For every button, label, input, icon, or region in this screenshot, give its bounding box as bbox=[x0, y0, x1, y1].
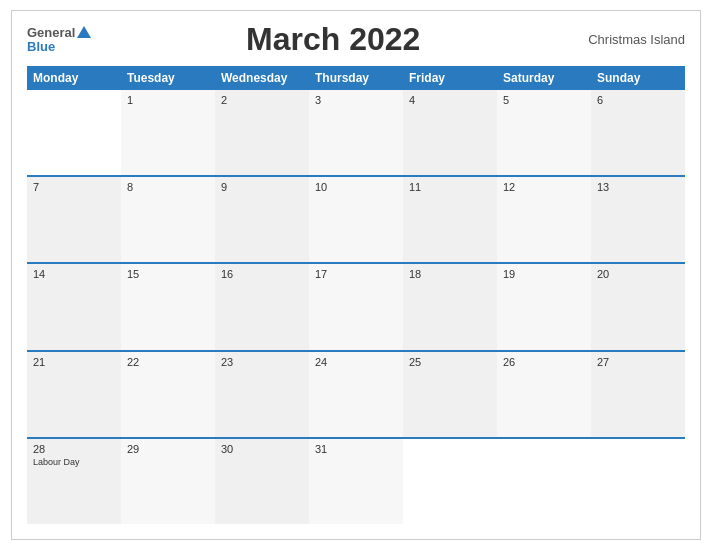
day-cell: 6 bbox=[591, 90, 685, 175]
day-cell: 27 bbox=[591, 352, 685, 437]
logo: General Blue bbox=[27, 26, 91, 53]
day-header-thursday: Thursday bbox=[309, 66, 403, 90]
day-cell: 1 bbox=[121, 90, 215, 175]
day-cell: 9 bbox=[215, 177, 309, 262]
day-number: 12 bbox=[503, 181, 585, 193]
calendar-header: General Blue March 2022 Christmas Island bbox=[27, 21, 685, 58]
day-number: 1 bbox=[127, 94, 209, 106]
day-header-friday: Friday bbox=[403, 66, 497, 90]
calendar-grid: MondayTuesdayWednesdayThursdayFridaySatu… bbox=[27, 66, 685, 524]
day-cell: 7 bbox=[27, 177, 121, 262]
logo-triangle-icon bbox=[77, 26, 91, 38]
day-cell: 28Labour Day bbox=[27, 439, 121, 524]
day-cell: 24 bbox=[309, 352, 403, 437]
day-cell: 3 bbox=[309, 90, 403, 175]
day-number: 25 bbox=[409, 356, 491, 368]
day-number: 15 bbox=[127, 268, 209, 280]
day-cell: 19 bbox=[497, 264, 591, 349]
day-cell bbox=[497, 439, 591, 524]
day-number: 11 bbox=[409, 181, 491, 193]
day-number: 16 bbox=[221, 268, 303, 280]
logo-general-text: General bbox=[27, 26, 91, 40]
day-cell: 10 bbox=[309, 177, 403, 262]
day-number: 21 bbox=[33, 356, 115, 368]
day-cell: 20 bbox=[591, 264, 685, 349]
day-cell: 18 bbox=[403, 264, 497, 349]
day-cell: 12 bbox=[497, 177, 591, 262]
day-number: 4 bbox=[409, 94, 491, 106]
day-cell: 23 bbox=[215, 352, 309, 437]
day-cell: 16 bbox=[215, 264, 309, 349]
day-header-sunday: Sunday bbox=[591, 66, 685, 90]
week-row-3: 14151617181920 bbox=[27, 264, 685, 351]
day-number: 14 bbox=[33, 268, 115, 280]
day-number: 29 bbox=[127, 443, 209, 455]
weeks-container: 1234567891011121314151617181920212223242… bbox=[27, 90, 685, 524]
region-label: Christmas Island bbox=[575, 32, 685, 47]
calendar-container: General Blue March 2022 Christmas Island… bbox=[11, 10, 701, 540]
day-number: 8 bbox=[127, 181, 209, 193]
day-header-saturday: Saturday bbox=[497, 66, 591, 90]
week-row-2: 78910111213 bbox=[27, 177, 685, 264]
day-number: 18 bbox=[409, 268, 491, 280]
day-number: 5 bbox=[503, 94, 585, 106]
day-cell: 22 bbox=[121, 352, 215, 437]
day-number: 22 bbox=[127, 356, 209, 368]
event-label: Labour Day bbox=[33, 457, 115, 467]
day-header-wednesday: Wednesday bbox=[215, 66, 309, 90]
day-number: 24 bbox=[315, 356, 397, 368]
day-number: 17 bbox=[315, 268, 397, 280]
week-row-1: 123456 bbox=[27, 90, 685, 177]
day-cell: 17 bbox=[309, 264, 403, 349]
day-number: 7 bbox=[33, 181, 115, 193]
day-number: 19 bbox=[503, 268, 585, 280]
calendar-title: March 2022 bbox=[91, 21, 575, 58]
day-cell bbox=[403, 439, 497, 524]
day-cell: 2 bbox=[215, 90, 309, 175]
day-cell: 25 bbox=[403, 352, 497, 437]
day-cell: 29 bbox=[121, 439, 215, 524]
day-cell: 14 bbox=[27, 264, 121, 349]
day-number: 27 bbox=[597, 356, 679, 368]
day-cell: 11 bbox=[403, 177, 497, 262]
day-headers-row: MondayTuesdayWednesdayThursdayFridaySatu… bbox=[27, 66, 685, 90]
day-cell: 26 bbox=[497, 352, 591, 437]
day-number: 10 bbox=[315, 181, 397, 193]
day-number: 2 bbox=[221, 94, 303, 106]
day-cell: 21 bbox=[27, 352, 121, 437]
day-cell bbox=[27, 90, 121, 175]
day-number: 28 bbox=[33, 443, 115, 455]
day-number: 31 bbox=[315, 443, 397, 455]
day-header-tuesday: Tuesday bbox=[121, 66, 215, 90]
week-row-4: 21222324252627 bbox=[27, 352, 685, 439]
day-cell: 15 bbox=[121, 264, 215, 349]
day-number: 6 bbox=[597, 94, 679, 106]
logo-blue-text: Blue bbox=[27, 40, 55, 53]
day-number: 20 bbox=[597, 268, 679, 280]
day-cell: 13 bbox=[591, 177, 685, 262]
day-number: 26 bbox=[503, 356, 585, 368]
week-row-5: 28Labour Day293031 bbox=[27, 439, 685, 524]
day-cell: 8 bbox=[121, 177, 215, 262]
day-cell: 30 bbox=[215, 439, 309, 524]
day-number: 23 bbox=[221, 356, 303, 368]
day-number: 3 bbox=[315, 94, 397, 106]
day-cell: 31 bbox=[309, 439, 403, 524]
day-cell: 5 bbox=[497, 90, 591, 175]
day-number: 9 bbox=[221, 181, 303, 193]
day-header-monday: Monday bbox=[27, 66, 121, 90]
day-cell bbox=[591, 439, 685, 524]
day-cell: 4 bbox=[403, 90, 497, 175]
day-number: 30 bbox=[221, 443, 303, 455]
day-number: 13 bbox=[597, 181, 679, 193]
